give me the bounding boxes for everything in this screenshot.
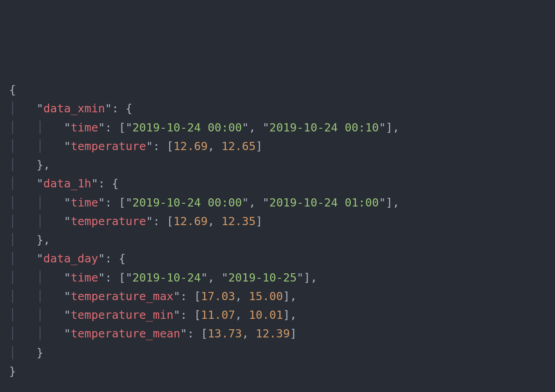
indent-guide: │ │	[9, 140, 64, 153]
indent-guide: │ │	[9, 215, 64, 228]
code-line: │ │ "temperature": [12.69, 12.35]	[9, 212, 546, 231]
indent-guide: │	[9, 177, 36, 190]
code-line: }	[9, 362, 546, 381]
json-number: 10.01	[249, 308, 283, 322]
close-brace: }	[9, 365, 16, 378]
json-key: "temperature"	[64, 140, 153, 153]
indent-guide: │	[9, 252, 36, 265]
indent-guide: │	[9, 158, 36, 171]
json-string: "2019-10-24 00:00"	[126, 121, 249, 134]
json-string: "2019-10-24 00:10"	[262, 121, 386, 134]
code-line: │ },	[9, 156, 546, 174]
json-string: "2019-10-24 01:00"	[262, 196, 386, 209]
json-number: 11.07	[201, 308, 235, 322]
json-key: "temperature_mean"	[64, 327, 187, 340]
code-block: {│ "data_xmin": {│ │ "time": ["2019-10-2…	[9, 80, 546, 381]
code-line: │ │ "time": ["2019-10-24", "2019-10-25"]…	[9, 268, 546, 287]
code-line: │ }	[9, 343, 546, 362]
json-string: "2019-10-25"	[222, 271, 304, 284]
json-number: 12.69	[173, 215, 207, 228]
json-key: "temperature_max"	[64, 290, 180, 303]
code-line: │ │ "temperature_min": [11.07, 10.01],	[9, 306, 546, 324]
json-key: "data_1h"	[36, 177, 98, 190]
json-key: "temperature"	[64, 215, 153, 228]
json-key: "temperature_min"	[64, 308, 180, 322]
code-line: │ },	[9, 231, 546, 249]
code-line: {	[9, 80, 546, 99]
json-number: 15.00	[249, 290, 283, 303]
json-key: "data_xmin"	[36, 102, 112, 115]
indent-guide: │ │	[9, 271, 64, 284]
code-line: │ │ "temperature": [12.69, 12.65]	[9, 137, 546, 156]
json-number: 12.39	[256, 327, 290, 340]
json-number: 13.73	[208, 327, 242, 340]
code-line: │ │ "temperature_max": [17.03, 15.00],	[9, 287, 546, 306]
json-key: "data_day"	[36, 252, 105, 265]
open-brace: {	[9, 83, 16, 96]
code-line: │ │ "temperature_mean": [13.73, 12.39]	[9, 324, 546, 343]
indent-guide: │ │	[9, 327, 64, 340]
code-line: │ │ "time": ["2019-10-24 00:00", "2019-1…	[9, 193, 546, 212]
code-line: │ │ "time": ["2019-10-24 00:00", "2019-1…	[9, 118, 546, 137]
code-line: │ "data_1h": {	[9, 174, 546, 193]
code-line: │ "data_day": {	[9, 249, 546, 268]
json-number: 12.69	[173, 140, 207, 153]
indent-guide: │ │	[9, 290, 64, 303]
json-key: "time"	[64, 121, 105, 134]
indent-guide: │ │	[9, 308, 64, 322]
code-line: │ "data_xmin": {	[9, 99, 546, 118]
json-key: "time"	[64, 271, 105, 284]
indent-guide: │ │	[9, 121, 64, 134]
json-number: 17.03	[201, 290, 235, 303]
json-number: 12.35	[222, 215, 256, 228]
json-number: 12.65	[222, 140, 256, 153]
json-string: "2019-10-24"	[126, 271, 208, 284]
json-string: "2019-10-24 00:00"	[126, 196, 249, 209]
indent-guide: │	[9, 233, 36, 246]
json-key: "time"	[64, 196, 105, 209]
indent-guide: │	[9, 346, 36, 359]
indent-guide: │ │	[9, 196, 64, 209]
indent-guide: │	[9, 102, 36, 115]
